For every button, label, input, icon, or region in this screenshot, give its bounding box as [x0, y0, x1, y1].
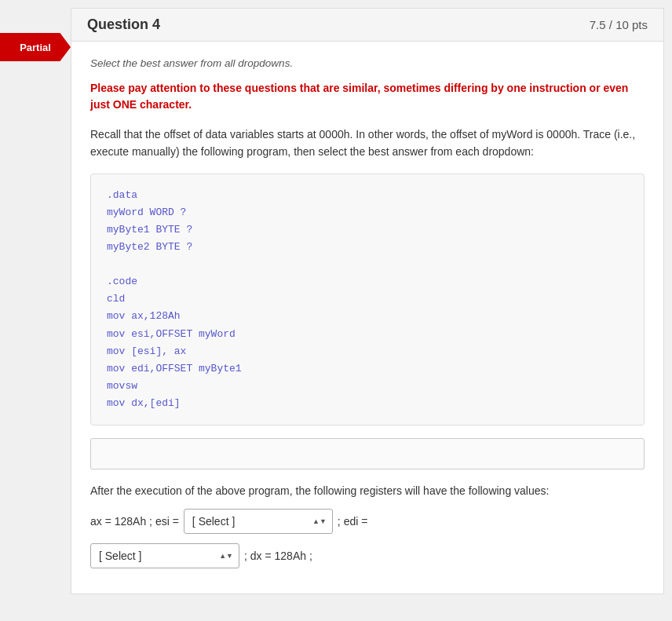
- answer-row-1: ax = 128Ah ; esi = [ Select ] 0000h 0002…: [90, 509, 645, 534]
- esi-select-wrapper: [ Select ] 0000h 0002h 0004h 0006h 128Ah: [184, 509, 333, 534]
- esi-select[interactable]: [ Select ] 0000h 0002h 0004h 0006h 128Ah: [184, 509, 333, 534]
- edi-select-wrapper: [ Select ] 0000h 0002h 0004h 0006h 128Ah: [90, 543, 239, 568]
- code-line-4: myByte2 BYTE ?: [107, 239, 628, 256]
- row1-prefix: ax = 128Ah ; esi =: [90, 515, 179, 528]
- code-line-11: mov edi,OFFSET myByte1: [107, 360, 628, 378]
- instruction-text: Select the best answer from all dropdown…: [90, 57, 645, 69]
- question-body: Select the best answer from all dropdown…: [71, 42, 663, 594]
- code-line-6: .code: [107, 273, 628, 290]
- question-points: 7.5 / 10 pts: [590, 18, 648, 31]
- code-line-8: mov ax,128Ah: [107, 308, 628, 325]
- question-panel: Question 4 7.5 / 10 pts Select the best …: [71, 8, 664, 594]
- warning-text: Please pay attention to these questions …: [90, 80, 645, 113]
- answer-row-2: [ Select ] 0000h 0002h 0004h 0006h 128Ah…: [90, 543, 645, 568]
- code-block: .data myWord WORD ? myByte1 BYTE ? myByt…: [90, 174, 645, 426]
- question-title: Question 4: [87, 16, 160, 33]
- partial-badge: Partial: [0, 33, 71, 61]
- code-line-13: mov dx,[edi]: [107, 395, 628, 412]
- edi-select[interactable]: [ Select ] 0000h 0002h 0004h 0006h 128Ah: [90, 543, 239, 568]
- description-text: Recall that the offset of data variables…: [90, 126, 645, 161]
- code-line-10: mov [esi], ax: [107, 343, 628, 360]
- row2-suffix: ; dx = 128Ah ;: [244, 550, 312, 562]
- row1-suffix: ; edi =: [338, 515, 368, 528]
- code-line-12: movsw: [107, 378, 628, 395]
- code-line-3: myByte1 BYTE ?: [107, 221, 628, 239]
- code-line-1: .data: [107, 187, 628, 204]
- blank-input-area: [90, 438, 645, 469]
- page-container: Partial Question 4 7.5 / 10 pts Select t…: [0, 0, 672, 621]
- code-line-9: mov esi,OFFSET myWord: [107, 326, 628, 343]
- code-line-7: cld: [107, 290, 628, 308]
- result-label: After the execution of the above program…: [90, 482, 645, 499]
- code-line-5: [107, 256, 628, 273]
- question-header: Question 4 7.5 / 10 pts: [71, 9, 663, 42]
- code-line-2: myWord WORD ?: [107, 204, 628, 221]
